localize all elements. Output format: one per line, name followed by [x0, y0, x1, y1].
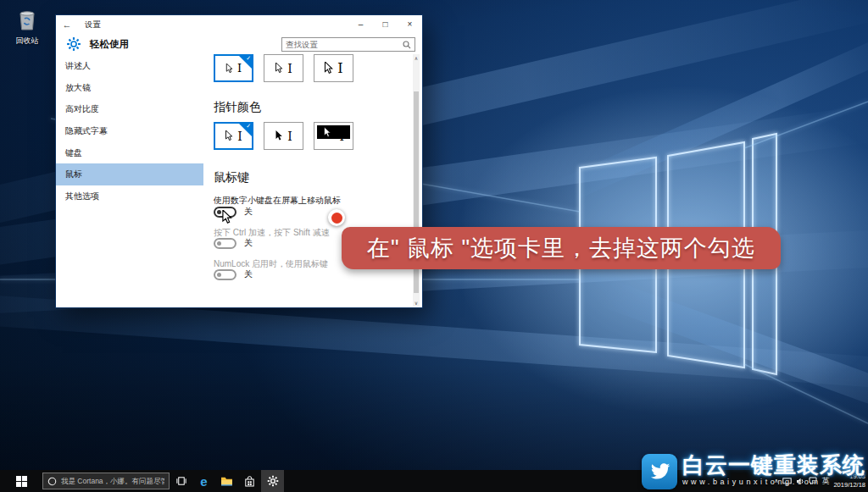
ibeam-cursor-icon: I: [287, 130, 292, 143]
pointer-color-option-black[interactable]: I: [264, 122, 303, 150]
pointer-color-options: ✓ I I I: [214, 122, 353, 150]
sidebar-item-mouse[interactable]: 鼠标: [56, 163, 203, 185]
pointer-size-option-2[interactable]: I: [264, 54, 303, 82]
check-icon: ✓: [246, 55, 251, 62]
maximize-button[interactable]: □: [373, 15, 398, 34]
volume-tray-icon[interactable]: [796, 478, 804, 485]
pointer-size-options: ✓ I I I: [214, 54, 353, 82]
system-tray: ∧ 英 19:03 2019/12/18: [774, 473, 868, 489]
toggle-state-label: 关: [244, 206, 253, 218]
mouse-keys-setting-label: 使用数字小键盘在屏幕上移动鼠标: [214, 195, 341, 207]
pointer-color-option-white[interactable]: ✓ I: [214, 122, 253, 150]
arrow-cursor-icon: [324, 62, 333, 75]
settings-gear-icon: [267, 475, 279, 487]
content-pane: ✓ I I I 指针颜色: [203, 54, 413, 307]
file-explorer-button[interactable]: [215, 470, 238, 492]
titlebar[interactable]: ← 设置 – □ ×: [56, 15, 422, 34]
window-title: 设置: [85, 19, 101, 30]
mouse-pointer-icon: [221, 210, 232, 224]
recycle-bin-shortcut[interactable]: 回收站: [7, 8, 47, 47]
page-title: 轻松使用: [90, 38, 129, 51]
settings-app-button[interactable]: [261, 470, 284, 492]
edge-icon: e: [200, 474, 207, 489]
cortana-search-input[interactable]: [61, 477, 164, 485]
sidebar-item-magnifier[interactable]: 放大镜: [56, 77, 203, 99]
ctrl-shift-toggle-row: 关: [214, 237, 253, 249]
task-view-button[interactable]: [170, 470, 192, 492]
sidebar-item-high-contrast[interactable]: 高对比度: [56, 98, 203, 120]
arrow-cursor-icon: [225, 130, 233, 141]
taskbar: e: [0, 470, 868, 492]
pointer-color-option-inverted[interactable]: I: [314, 122, 353, 150]
cortana-icon: [47, 477, 57, 486]
mouse-keys-toggle-row: 关: [214, 206, 253, 218]
arrow-cursor-icon: [323, 127, 331, 138]
check-icon: ✓: [246, 123, 251, 130]
sidebar-item-closed-captions[interactable]: 隐藏式字幕: [56, 120, 203, 142]
app-header: 轻松使用: [56, 34, 422, 54]
sidebar-item-narrator[interactable]: 讲述人: [56, 55, 203, 77]
window-body: 讲述人 放大镜 高对比度 隐藏式字幕 键盘 鼠标 其他选项 ✓ I: [56, 54, 422, 307]
record-dot: [328, 209, 345, 226]
search-icon: [403, 41, 411, 49]
sidebar-item-other-options[interactable]: 其他选项: [56, 185, 203, 207]
arrow-cursor-icon: [275, 130, 283, 141]
numlock-toggle[interactable]: [214, 269, 236, 280]
cortana-search-box[interactable]: [42, 473, 170, 489]
ime-language-indicator[interactable]: 英: [821, 476, 829, 487]
minimize-button[interactable]: –: [348, 15, 373, 34]
settings-search-input[interactable]: [282, 40, 403, 49]
hidden-icons-chevron-icon[interactable]: ∧: [774, 478, 778, 484]
arrow-cursor-icon: [275, 63, 283, 74]
recycle-bin-label: 回收站: [7, 36, 47, 47]
pointer-color-heading: 指针颜色: [214, 100, 261, 115]
task-view-icon: [175, 476, 187, 486]
back-button[interactable]: ←: [56, 19, 78, 30]
taskbar-clock[interactable]: 19:03 2019/12/18: [833, 473, 865, 489]
ibeam-cursor-icon: I: [287, 62, 292, 75]
display-tray-icon[interactable]: [782, 478, 792, 485]
gear-icon: [66, 36, 81, 52]
store-button[interactable]: [238, 470, 261, 492]
pointer-size-option-3[interactable]: I: [314, 54, 353, 82]
clock-time: 19:03: [833, 473, 865, 481]
inverted-sample: [317, 125, 350, 139]
recycle-bin-icon: [17, 8, 37, 31]
annotation-banner: 在" 鼠标 "选项卡里，去掉这两个勾选: [342, 227, 781, 269]
sidebar-item-keyboard[interactable]: 键盘: [56, 142, 203, 164]
windows-logo-icon: [16, 476, 27, 487]
store-icon: [244, 476, 255, 487]
ctrl-shift-toggle[interactable]: [214, 238, 236, 249]
caption-controls: – □ ×: [348, 15, 422, 34]
close-button[interactable]: ×: [398, 15, 422, 34]
ibeam-cursor-icon: I: [337, 60, 342, 76]
scroll-down-icon[interactable]: ∨: [413, 300, 420, 306]
toggle-knob: [217, 273, 221, 277]
mouse-keys-heading: 鼠标键: [214, 170, 249, 185]
clock-date: 2019/12/18: [833, 481, 865, 489]
edge-browser-button[interactable]: e: [192, 470, 215, 492]
start-button[interactable]: [0, 470, 42, 492]
arrow-cursor-icon: [225, 64, 233, 74]
pointer-size-option-1[interactable]: ✓ I: [214, 54, 253, 82]
sidebar: 讲述人 放大镜 高对比度 隐藏式字幕 键盘 鼠标 其他选项: [56, 54, 203, 307]
file-explorer-icon: [220, 476, 233, 486]
annotation-text: 在" 鼠标 "选项卡里，去掉这两个勾选: [367, 233, 755, 263]
toggle-state-label: 关: [244, 237, 253, 249]
scroll-up-icon[interactable]: ∧: [413, 55, 420, 61]
toggle-knob: [217, 241, 221, 246]
toggle-state-label: 关: [244, 268, 253, 280]
numlock-toggle-row: 关: [214, 268, 253, 280]
desktop: 回收站 ← 设置 – □ ×: [0, 0, 868, 492]
action-center-icon[interactable]: [809, 477, 817, 485]
settings-search-box[interactable]: [281, 37, 415, 52]
ibeam-cursor-icon: I: [339, 130, 344, 143]
